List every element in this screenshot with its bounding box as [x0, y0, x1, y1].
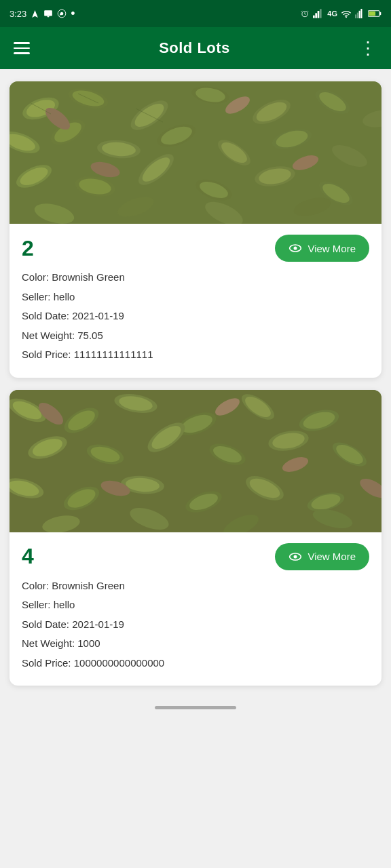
- view-more-button-1[interactable]: View More: [275, 235, 369, 262]
- lot-sold-price-2: Sold Price: 1000000000000000: [22, 656, 369, 671]
- lot-header-2: 4 View More: [22, 543, 369, 570]
- status-bar-right: 4G: [300, 9, 381, 18]
- lot-color-2: Color: Brownish Green: [22, 578, 369, 594]
- eye-icon-2: [288, 550, 302, 564]
- lot-image-1: [10, 81, 381, 224]
- lot-image-2: [10, 390, 381, 532]
- view-more-label-1: View More: [308, 243, 356, 254]
- hamburger-line-1: [14, 42, 30, 44]
- svg-rect-6: [320, 9, 322, 18]
- eye-icon-1: [288, 241, 302, 255]
- lot-card-1: 2 View More Color: Brownish Green: [10, 81, 381, 378]
- hamburger-line-3: [14, 52, 30, 54]
- lot-details-1: 2 View More Color: Brownish Green: [10, 224, 381, 378]
- lot-card-2: 4 View More Color: Brownish Green: [10, 390, 381, 686]
- lot-sold-date-1: Sold Date: 2021-01-19: [22, 309, 369, 324]
- navigation-icon: [31, 9, 39, 18]
- lot-info-1: Color: Brownish Green Seller: hello Sold…: [22, 270, 369, 363]
- svg-point-7: [346, 16, 347, 18]
- svg-point-114: [294, 555, 297, 558]
- status-bar-left: 3:23 •: [10, 7, 75, 20]
- whatsapp-icon: [57, 9, 67, 18]
- view-more-button-2[interactable]: View More: [275, 543, 369, 570]
- hamburger-line-2: [14, 47, 30, 50]
- lot-seller-1: Seller: hello: [22, 290, 369, 305]
- signal-icon: [313, 9, 324, 18]
- svg-rect-9: [357, 13, 358, 18]
- signal2-icon: [355, 9, 365, 18]
- lot-details-2: 4 View More Color: Brownish Green: [10, 532, 381, 686]
- lot-net-weight-1: Net Weight: 75.05: [22, 328, 369, 344]
- lot-header-1: 2 View More: [22, 235, 369, 262]
- wifi-icon: [341, 9, 352, 18]
- svg-point-66: [294, 247, 297, 250]
- alarm-icon: [300, 9, 310, 18]
- status-bar: 3:23 • 4G: [0, 0, 391, 27]
- bottom-indicator: [0, 699, 391, 720]
- dot-icon: •: [71, 7, 75, 20]
- lots-list: 2 View More Color: Brownish Green: [0, 69, 391, 699]
- lot-number-2: 4: [22, 544, 34, 569]
- svg-rect-8: [355, 14, 356, 18]
- status-time: 3:23: [10, 9, 26, 19]
- more-options-button[interactable]: ⋮: [356, 37, 380, 60]
- app-bar: Sold Lots ⋮: [0, 27, 391, 69]
- svg-rect-0: [44, 10, 52, 16]
- lot-number-1: 2: [22, 236, 34, 261]
- lot-sold-price-1: Sold Price: 11111111111111: [22, 347, 369, 363]
- svg-rect-11: [360, 9, 362, 18]
- data-icon: 4G: [327, 9, 337, 18]
- page-title: Sold Lots: [159, 39, 230, 57]
- svg-rect-4: [316, 13, 318, 18]
- svg-rect-13: [379, 12, 381, 15]
- battery-icon: [368, 9, 381, 18]
- svg-rect-3: [313, 16, 315, 18]
- lot-color-1: Color: Brownish Green: [22, 270, 369, 285]
- bottom-nav-bar: [155, 706, 236, 709]
- message-icon: [43, 9, 53, 18]
- hamburger-menu-button[interactable]: [11, 39, 33, 57]
- svg-rect-10: [359, 11, 360, 18]
- lot-net-weight-2: Net Weight: 1000: [22, 636, 369, 652]
- lot-sold-date-2: Sold Date: 2021-01-19: [22, 617, 369, 633]
- view-more-label-2: View More: [308, 551, 356, 562]
- svg-rect-14: [369, 12, 375, 16]
- lot-info-2: Color: Brownish Green Seller: hello Sold…: [22, 578, 369, 671]
- lot-seller-2: Seller: hello: [22, 597, 369, 613]
- svg-rect-5: [318, 11, 320, 18]
